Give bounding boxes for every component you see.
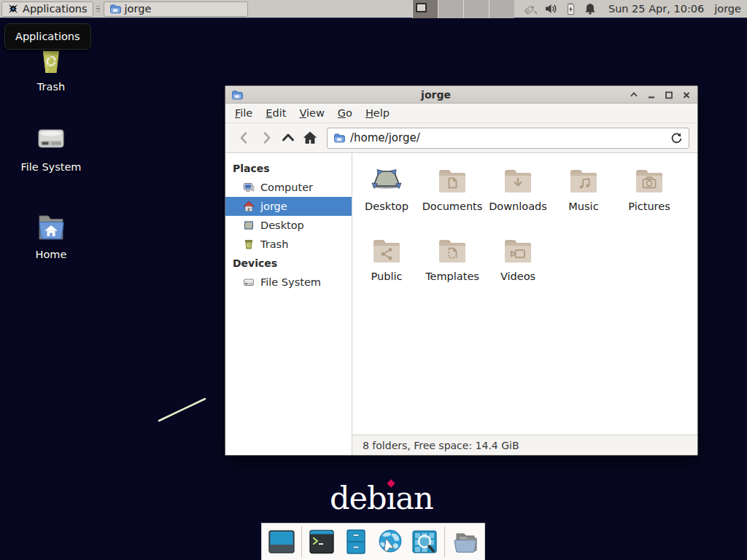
minimize-button[interactable]	[646, 90, 657, 100]
path-input[interactable]	[350, 131, 665, 144]
folder-icon-view[interactable]: Desktop Documents	[352, 153, 697, 435]
menubar: File Edit View Go Help	[225, 104, 697, 123]
videos-folder-icon	[500, 233, 535, 268]
close-button[interactable]	[681, 90, 692, 100]
sidebar-item-computer[interactable]: Computer	[225, 178, 352, 197]
reload-icon[interactable]	[670, 132, 683, 144]
path-folder-icon	[333, 132, 345, 144]
volume-icon[interactable]	[544, 2, 557, 15]
templates-folder-icon	[435, 233, 470, 268]
folder-item-label: Desktop	[365, 201, 409, 212]
dock-web-browser-button[interactable]	[376, 527, 405, 556]
folder-item-label: Pictures	[628, 201, 670, 212]
folder-item-label: Templates	[425, 271, 479, 282]
workspace-3[interactable]	[463, 0, 489, 18]
applications-menu-label: Applications	[23, 3, 88, 15]
application-finder-icon	[411, 529, 438, 555]
folder-item-label: Videos	[500, 271, 535, 282]
dock-application-finder-button[interactable]	[410, 527, 439, 556]
logo-letter-i: ı	[387, 480, 396, 516]
sidebar-item-file-system[interactable]: File System	[225, 273, 352, 292]
folder-item-pictures[interactable]: Pictures	[616, 163, 682, 233]
computer-icon	[243, 182, 255, 193]
dock-file-manager-button[interactable]	[341, 527, 371, 556]
desktop-icon-file-system[interactable]: File System	[18, 121, 84, 173]
menu-help[interactable]: Help	[359, 104, 396, 122]
system-tray	[523, 2, 597, 15]
workspace-4[interactable]	[489, 0, 514, 18]
sidebar-item-jorge[interactable]: jorge	[225, 197, 352, 216]
dock-separator	[301, 526, 302, 557]
sidebar-item-desktop[interactable]: Desktop	[225, 216, 352, 235]
folder-item-label: Public	[371, 271, 403, 282]
folder-item-public[interactable]: Public	[354, 233, 419, 303]
main-column: Desktop Documents	[352, 153, 697, 455]
notifications-bell-icon[interactable]	[584, 2, 597, 15]
back-button[interactable]	[233, 127, 255, 149]
desktop-icon-home[interactable]: Home	[18, 209, 84, 260]
folder-item-desktop[interactable]: Desktop	[354, 163, 419, 233]
downloads-folder-icon	[500, 163, 535, 198]
debian-logo: debıan	[330, 480, 433, 516]
forward-button[interactable]	[255, 127, 277, 149]
statusbar-text: 8 folders, Free space: 14.4 GiB	[363, 440, 519, 451]
shade-button[interactable]	[629, 90, 639, 100]
sidebar-header-devices: Devices	[225, 254, 352, 273]
maximize-button[interactable]	[664, 90, 674, 100]
sidebar-item-label: Desktop	[260, 219, 304, 231]
documents-folder-icon	[435, 163, 470, 198]
show-desktop-icon	[268, 529, 295, 555]
location-bar[interactable]	[327, 128, 689, 149]
top-panel: Applications jorge	[0, 0, 747, 18]
sidebar-item-label: Trash	[260, 238, 288, 250]
dock-show-desktop-button[interactable]	[267, 527, 296, 556]
public-folder-icon	[369, 233, 404, 268]
dock	[261, 523, 485, 560]
desktop-place-icon	[243, 219, 255, 231]
battery-icon[interactable]	[564, 2, 577, 15]
menu-go[interactable]: Go	[331, 104, 359, 122]
dock-directory-menu-button[interactable]	[450, 527, 479, 556]
folder-item-templates[interactable]: Templates	[419, 233, 485, 303]
home-button[interactable]	[299, 127, 321, 149]
taskbar-button-label: jorge	[125, 3, 152, 15]
hard-drive-icon	[33, 121, 69, 156]
terminal-icon	[308, 529, 336, 555]
folder-item-label: Music	[568, 201, 598, 212]
home-folder-icon	[33, 209, 69, 244]
window-titlebar[interactable]: jorge	[225, 86, 697, 104]
folder-item-label: Downloads	[489, 201, 547, 212]
folder-item-documents[interactable]: Documents	[419, 163, 485, 233]
trash-small-icon	[243, 238, 255, 250]
workspace-2[interactable]	[438, 0, 463, 18]
applications-menu-button[interactable]: Applications	[1, 1, 93, 17]
folder-item-downloads[interactable]: Downloads	[485, 163, 551, 233]
workspace-1[interactable]	[412, 0, 438, 18]
directory-folder-icon	[451, 529, 479, 555]
up-arrow-icon	[279, 129, 297, 147]
forward-arrow-icon	[258, 129, 275, 147]
folder-item-label: Documents	[422, 201, 483, 212]
logo-text: an	[395, 480, 433, 516]
desktop-icon-label: Trash	[37, 81, 65, 93]
panel-clock[interactable]: Sun 25 Apr, 10:06	[608, 3, 704, 15]
desktop: Applications jorge	[0, 0, 747, 560]
stray-line-artifact	[153, 394, 215, 427]
menu-edit[interactable]: Edit	[259, 104, 293, 122]
dock-terminal-button[interactable]	[307, 527, 336, 556]
panel-drag-handle[interactable]	[95, 1, 102, 17]
sidebar-item-trash[interactable]: Trash	[225, 235, 352, 254]
file-cabinet-icon	[342, 529, 370, 555]
folder-item-music[interactable]: Music	[551, 163, 616, 233]
network-icon[interactable]	[523, 2, 538, 15]
menu-view[interactable]: View	[293, 104, 330, 122]
folder-item-videos[interactable]: Videos	[485, 233, 551, 303]
taskbar-button-jorge[interactable]: jorge	[104, 1, 248, 17]
sidebar-item-label: File System	[260, 276, 321, 288]
window-title: jorge	[243, 89, 629, 101]
home-icon	[301, 129, 319, 147]
up-button[interactable]	[277, 127, 299, 149]
user-session-menu[interactable]: jorge	[714, 3, 741, 15]
menu-file[interactable]: File	[228, 104, 259, 122]
workspace-window-thumb	[416, 3, 427, 12]
